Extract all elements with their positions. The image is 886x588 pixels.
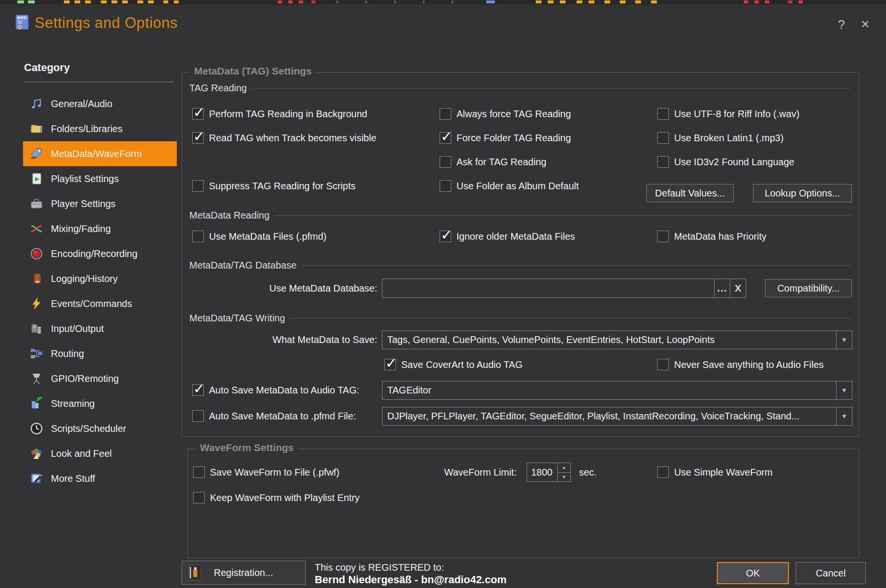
checkbox-label: Always force TAG Reading — [456, 109, 571, 120]
checkbox-save-waveform-file[interactable]: Save WaveForm to File (.pfwf) — [193, 466, 339, 478]
sidebar-item-label: Look and Feel — [51, 448, 112, 459]
checkbox-box[interactable] — [384, 359, 396, 370]
checkbox-label: Never Save anything to Audio Files — [674, 359, 824, 370]
metadata-database-input[interactable]: ... X — [382, 279, 746, 298]
checkbox-label: Use MetaData Files (.pfmd) — [209, 231, 327, 242]
sidebar-item-encoding-recording[interactable]: Encoding/Recording — [23, 241, 177, 266]
sidebar-item-label: Encoding/Recording — [51, 248, 137, 259]
checkbox-use-simple-waveform[interactable]: Use Simple WaveForm — [657, 466, 773, 478]
checkbox-use-metadata-files[interactable]: Use MetaData Files (.pfmd) — [192, 230, 327, 243]
checkbox-box[interactable] — [657, 359, 669, 370]
checkbox-box[interactable] — [657, 108, 669, 120]
sidebar-item-general-audio[interactable]: General/Audio — [23, 91, 177, 116]
checkbox-box[interactable] — [657, 156, 669, 168]
checkbox-box[interactable] — [440, 231, 451, 242]
checkbox-box[interactable] — [440, 108, 451, 120]
group-title: MetaData (TAG) Settings — [190, 65, 316, 77]
chevron-down-icon[interactable]: ▼ — [836, 381, 852, 399]
lightning-icon — [30, 297, 43, 310]
sidebar-item-label: MetaData/WaveForm — [51, 148, 142, 159]
sidebar-item-gpio-remoting[interactable]: GPIO/Remoting — [23, 366, 177, 391]
checkbox-box[interactable] — [192, 108, 204, 120]
checkbox-label: Save WaveForm to File (.pfwf) — [210, 467, 339, 478]
compatibility-button[interactable]: Compatibility... — [765, 279, 852, 297]
checkbox-box[interactable] — [192, 180, 204, 192]
registered-owner-text: Bernd Niedergesäß - bn@radio42.com — [315, 574, 506, 586]
sidebar-item-label: Routing — [51, 348, 84, 359]
sidebar-item-label: More Stuff — [51, 473, 95, 484]
checkbox-force-folder-tag-reading[interactable]: Force Folder TAG Reading — [440, 132, 571, 144]
default-values-button[interactable]: Default Values... — [646, 184, 734, 202]
checkbox-use-folder-album-default[interactable]: Use Folder as Album Default — [440, 180, 579, 192]
chevron-down-icon[interactable]: ▼ — [836, 331, 852, 349]
sidebar-item-playlist-settings[interactable]: Playlist Settings — [23, 166, 177, 191]
checkbox-perform-tag-reading-background[interactable]: Perform TAG Reading in Background — [192, 108, 367, 120]
chevron-down-icon[interactable]: ▼ — [836, 407, 852, 425]
spin-down-icon[interactable]: ▼ — [558, 473, 570, 482]
checkbox-box[interactable] — [192, 231, 204, 242]
sidebar-item-look-and-feel[interactable]: Look and Feel — [23, 441, 177, 466]
checkbox-box[interactable] — [657, 231, 669, 242]
streaming-icon — [30, 397, 43, 410]
registration-button[interactable]: Registration... — [182, 561, 306, 585]
auto-save-pfmd-dropdown[interactable]: DJPlayer, PFLPlayer, TAGEditor, SegueEdi… — [382, 407, 852, 426]
checkbox-save-coverart[interactable]: Save CoverArt to Audio TAG — [384, 358, 523, 371]
checkbox-ask-for-tag-reading[interactable]: Ask for TAG Reading — [440, 156, 546, 168]
lookup-options-button[interactable]: Lookup Options... — [753, 184, 852, 202]
ok-button[interactable]: OK — [717, 562, 789, 584]
spinner-arrows[interactable]: ▲▼ — [557, 463, 570, 481]
section-label: TAG Reading — [189, 83, 247, 94]
checkbox-box[interactable] — [657, 466, 669, 478]
checkbox-box[interactable] — [440, 132, 451, 144]
checkbox-label: Auto Save MetaData to .pfmd File: — [209, 411, 356, 422]
checkbox-box[interactable] — [657, 132, 669, 144]
checkbox-label: Ask for TAG Reading — [456, 157, 546, 168]
sidebar-item-routing[interactable]: Routing — [23, 341, 177, 366]
checkbox-read-tag-track-visible[interactable]: Read TAG when Track becomes visible — [192, 132, 376, 144]
sidebar-item-scripts-scheduler[interactable]: Scripts/Scheduler — [23, 416, 177, 441]
checkbox-id3v2-found-language[interactable]: Use ID3v2 Found Language — [657, 156, 794, 168]
sidebar-item-input-output[interactable]: Input/Output — [23, 316, 177, 341]
spinner-value[interactable]: 1800 — [527, 463, 557, 481]
checkbox-metadata-has-priority[interactable]: MetaData has Priority — [657, 230, 766, 243]
help-button[interactable]: ? — [838, 17, 845, 32]
checkbox-keep-waveform-playlist[interactable]: Keep WaveForm with Playlist Entry — [193, 491, 360, 504]
sidebar-item-mixing-fading[interactable]: Mixing/Fading — [23, 216, 177, 241]
checkbox-never-save-audio-files[interactable]: Never Save anything to Audio Files — [657, 358, 824, 371]
browse-button[interactable]: ... — [714, 279, 730, 297]
sidebar-item-logging-history[interactable]: Logging/History — [23, 266, 177, 291]
checkbox-auto-save-pfmd[interactable]: Auto Save MetaData to .pfmd File: — [192, 410, 356, 422]
close-button[interactable]: × — [861, 16, 870, 32]
checkbox-ignore-older-metadata[interactable]: Ignore older MetaData Files — [440, 230, 575, 243]
checkbox-box[interactable] — [440, 156, 451, 168]
sidebar-item-player-settings[interactable]: Player Settings — [23, 191, 177, 216]
checkbox-broken-latin1[interactable]: Use Broken Latin1 (.mp3) — [657, 132, 784, 144]
settings-dialog: Settings and Options ? × Category Genera… — [0, 0, 886, 588]
what-metadata-dropdown[interactable]: Tags, General, CuePoints, VolumePoints, … — [382, 331, 852, 349]
auto-save-tag-dropdown[interactable]: TAGEditor ▼ — [382, 381, 852, 400]
sidebar-item-folders-libraries[interactable]: Folders/Libraries — [23, 116, 177, 141]
checkbox-always-force-tag-reading[interactable]: Always force TAG Reading — [440, 108, 571, 120]
music-note-icon — [30, 97, 43, 110]
checkbox-box[interactable] — [192, 410, 204, 422]
sidebar-item-more-stuff[interactable]: More Stuff — [23, 466, 177, 491]
category-divider — [23, 82, 174, 82]
checkbox-suppress-tag-reading-scripts[interactable]: Suppress TAG Reading for Scripts — [192, 180, 356, 192]
sidebar-item-events-commands[interactable]: Events/Commands — [23, 291, 177, 316]
waveform-limit-spinner[interactable]: 1800 ▲▼ — [527, 463, 571, 482]
checkbox-box[interactable] — [192, 384, 204, 396]
checkbox-utf8-riff-info[interactable]: Use UTF-8 for Riff Info (.wav) — [657, 108, 800, 120]
spin-up-icon[interactable]: ▲ — [558, 463, 570, 473]
palette-icon — [30, 447, 43, 460]
checkbox-box[interactable] — [193, 466, 205, 478]
checkbox-box[interactable] — [440, 180, 451, 192]
checkbox-auto-save-audio-tag[interactable]: Auto Save MetaData to Audio TAG: — [192, 384, 359, 396]
metadata-database-value[interactable] — [382, 279, 714, 297]
cancel-button[interactable]: Cancel — [796, 562, 866, 584]
checkbox-box[interactable] — [192, 132, 204, 144]
sidebar-item-streaming[interactable]: Streaming — [23, 391, 177, 416]
clear-icon[interactable]: X — [730, 279, 746, 297]
checkbox-label: Keep WaveForm with Playlist Entry — [210, 492, 360, 503]
checkbox-box[interactable] — [193, 492, 205, 503]
sidebar-item-metadata-waveform[interactable]: MetaData/WaveForm — [23, 141, 177, 166]
